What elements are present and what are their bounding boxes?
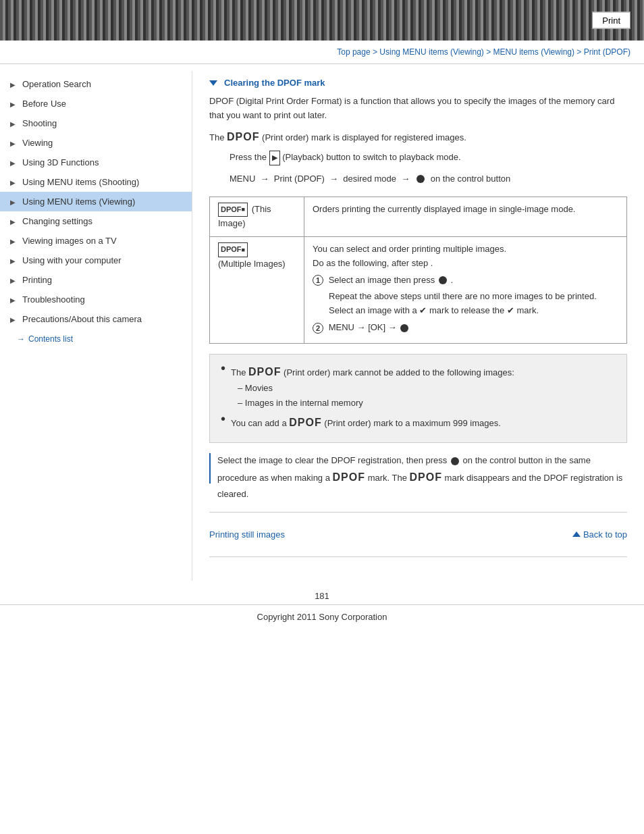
sidebar: ▶ Operation Search ▶ Before Use ▶ Shooti… — [0, 71, 192, 581]
main-content: Clearing the DPOF mark DPOF (Digital Pri… — [192, 71, 644, 581]
multiple-line1: You can select and order printing multip… — [313, 242, 618, 257]
section-title: Clearing the DPOF mark — [224, 78, 325, 88]
sidebar-item-viewing[interactable]: ▶ Viewing — [0, 133, 192, 153]
sidebar-item-changing-settings[interactable]: ▶ Changing settings — [0, 211, 192, 231]
bullet-dot-icon: • — [221, 361, 225, 375]
arrow-icon: ▶ — [10, 179, 17, 186]
copyright: Copyright 2011 Sony Corporation — [0, 604, 644, 629]
back-to-top-label: Back to top — [583, 529, 627, 540]
sidebar-label: Precautions/About this camera — [22, 314, 142, 324]
dpof-bold-clearing1: DPOF — [333, 471, 365, 483]
footer-links: Printing still images Back to top — [209, 523, 627, 546]
step-num-1: 1 — [313, 275, 323, 286]
note-1: • The DPOF (Print order) mark cannot be … — [221, 363, 616, 411]
arrow-icon: ▶ — [10, 159, 17, 166]
sidebar-item-menu-shooting[interactable]: ▶ Using MENU items (Shooting) — [0, 172, 192, 192]
multiple-line2: Do as the following, after step . — [313, 257, 618, 271]
sidebar-item-operation-search[interactable]: ▶ Operation Search — [0, 74, 192, 94]
sidebar-label: Changing settings — [22, 216, 92, 226]
sidebar-label: Using with your computer — [22, 255, 122, 265]
arrow-icon: ▶ — [10, 238, 17, 244]
print-button[interactable]: Print — [592, 12, 630, 29]
para2-suffix: (Print order) mark is displayed for regi… — [262, 132, 466, 142]
sidebar-item-viewing-tv[interactable]: ▶ Viewing images on a TV — [0, 231, 192, 251]
note-2: • You can add a DPOF (Print order) mark … — [221, 413, 616, 432]
dpof-text-bold: DPOF — [227, 131, 259, 142]
note1-suffix: (Print order) mark cannot be added to th… — [281, 367, 514, 377]
header-bar: Print — [0, 0, 644, 41]
note2-suffix: (Print order) mark to a maximum 999 imag… — [322, 418, 501, 428]
breadcrumb-print-dpof[interactable]: Print (DPOF) — [584, 47, 630, 57]
sidebar-item-shooting[interactable]: ▶ Shooting — [0, 113, 192, 133]
arrow-icon: ▶ — [10, 296, 17, 303]
note1-prefix: The — [231, 367, 248, 377]
dpof-bold-clearing2: DPOF — [410, 471, 442, 483]
playback-icon: ▶ — [269, 151, 280, 165]
arrow-icon: ▶ — [10, 277, 17, 284]
dpof-bold-note2: DPOF — [289, 417, 321, 428]
sidebar-item-3d-functions[interactable]: ▶ Using 3D Functions — [0, 153, 192, 172]
sidebar-label: Viewing — [22, 138, 53, 148]
step1-text: Select an image then press . — [329, 275, 453, 285]
arrow-icon: ▶ — [10, 81, 17, 88]
breadcrumb-using-menu-viewing[interactable]: Using MENU items (Viewing) — [379, 47, 483, 57]
breadcrumb-menu-items-viewing[interactable]: MENU items (Viewing) — [493, 47, 574, 57]
sidebar-label: Using 3D Functions — [22, 157, 99, 167]
sidebar-label: Shooting — [22, 118, 57, 128]
arrow-icon: ▶ — [10, 316, 17, 323]
arrow-right-icon: → — [17, 334, 25, 344]
intro-paragraph: DPOF (Digital Print Order Format) is a f… — [209, 95, 627, 123]
sidebar-label: Troubleshooting — [22, 294, 85, 305]
breadcrumb-top-page[interactable]: Top page — [337, 47, 370, 57]
table-row: DPOF■ (Multiple Images) You can select a… — [210, 236, 627, 343]
sidebar-item-printing[interactable]: ▶ Printing — [0, 270, 192, 290]
page-number: 181 — [0, 581, 644, 604]
sidebar-label: Using MENU items (Shooting) — [22, 177, 139, 187]
sidebar-label: Operation Search — [22, 79, 91, 89]
sidebar-item-using-computer[interactable]: ▶ Using with your computer — [0, 251, 192, 270]
dpof-icon-multiple: DPOF■ — [218, 242, 248, 257]
arrow-icon: ▶ — [10, 120, 17, 127]
clearing-section: Select the image to clear the DPOF regis… — [209, 453, 627, 501]
table-cell-label-this-image: DPOF■ (This Image) — [210, 197, 304, 236]
circle-bullet-icon — [400, 324, 408, 332]
dpof-mark-paragraph: The DPOF (Print order) mark is displayed… — [209, 128, 627, 146]
step-1: 1 Select an image then press . — [313, 273, 618, 288]
step1-sub1: Repeat the above steps until there are n… — [329, 290, 618, 304]
sidebar-item-menu-viewing[interactable]: ▶ Using MENU items (Viewing) — [0, 192, 192, 211]
note2-prefix: You can add a — [231, 418, 289, 428]
arrow-icon: ▶ — [10, 140, 17, 147]
note2-content: You can add a DPOF (Print order) mark to… — [231, 413, 501, 432]
contents-label: Contents list — [28, 334, 73, 344]
table-cell-label-multiple: DPOF■ (Multiple Images) — [210, 236, 304, 343]
playback-instruction: Press the ▶ (Playback) button to switch … — [230, 151, 627, 165]
sidebar-label: Printing — [22, 275, 52, 285]
step1-sub2: Select an image with a ✔ mark to release… — [329, 304, 618, 318]
breadcrumb-sep3: > — [576, 47, 583, 57]
breadcrumb-sep2: > — [486, 47, 493, 57]
sidebar-item-troubleshooting[interactable]: ▶ Troubleshooting — [0, 290, 192, 309]
para2-prefix: The — [209, 132, 227, 142]
step-num-2: 2 — [313, 323, 323, 334]
divider — [209, 512, 627, 513]
arrow-icon: ▶ — [10, 101, 17, 107]
playback-suffix: (Playback) button to switch to playback … — [282, 152, 460, 162]
main-layout: ▶ Operation Search ▶ Before Use ▶ Shooti… — [0, 71, 644, 581]
contents-list-link[interactable]: → Contents list — [0, 329, 192, 349]
menu-flow: MENU → Print (DPOF) → desired mode → on … — [230, 172, 627, 186]
playback-prefix: Press the — [230, 152, 269, 162]
sidebar-label: Before Use — [22, 99, 66, 109]
notes-box: • The DPOF (Print order) mark cannot be … — [209, 354, 627, 444]
back-to-top-link[interactable]: Back to top — [572, 529, 627, 540]
step2-text: MENU → [OK] → — [329, 322, 410, 332]
sidebar-item-before-use[interactable]: ▶ Before Use — [0, 94, 192, 113]
printing-still-images-link[interactable]: Printing still images — [209, 529, 285, 540]
sidebar-label: Viewing images on a TV — [22, 236, 117, 246]
note1-content: The DPOF (Print order) mark cannot be ad… — [231, 363, 514, 411]
section-heading: Clearing the DPOF mark — [209, 78, 627, 88]
sidebar-item-precautions[interactable]: ▶ Precautions/About this camera — [0, 309, 192, 329]
step-2: 2 MENU → [OK] → — [313, 321, 618, 335]
breadcrumb: Top page > Using MENU items (Viewing) > … — [0, 41, 644, 64]
blue-bar-icon — [209, 453, 211, 484]
print-table: DPOF■ (This Image) Orders printing the c… — [209, 197, 627, 344]
